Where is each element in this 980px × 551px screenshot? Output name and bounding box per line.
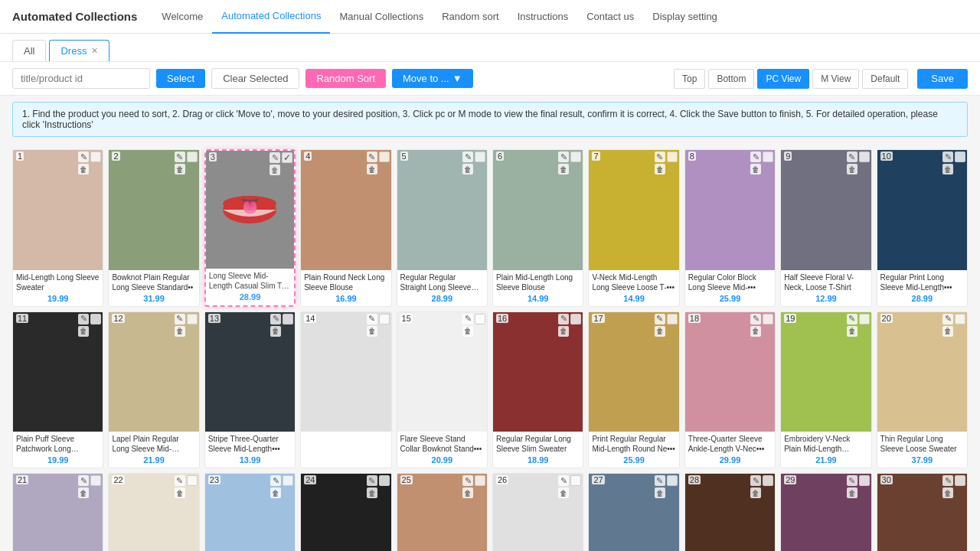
product-card[interactable]: 14✎🗑 — [300, 311, 391, 469]
card-checkbox[interactable] — [570, 314, 581, 324]
card-edit-icon[interactable]: ✎ — [750, 152, 761, 162]
card-checkbox[interactable] — [667, 152, 678, 162]
card-edit-icon[interactable]: ✎ — [78, 314, 89, 324]
product-card[interactable]: 30✎🗑Color Block Lapel Print Mid-Length T… — [877, 473, 968, 551]
card-checkbox[interactable] — [955, 475, 965, 486]
card-delete-icon[interactable]: 🗑 — [367, 487, 377, 498]
card-edit-icon[interactable]: ✎ — [462, 314, 473, 324]
product-card[interactable]: 10✎🗑Regular Print Long Sleeve Mid-Length… — [877, 149, 968, 307]
card-checkbox[interactable] — [90, 314, 101, 324]
product-card[interactable]: 24✎🗑Regular Raglan Sleeve Patchwork Roun… — [300, 473, 391, 551]
card-checkbox[interactable] — [187, 152, 198, 162]
product-card[interactable]: 23✎🗑Asymmetric Stripe Lapel Long Long Sl… — [204, 473, 296, 551]
product-card[interactable]: 29✎🗑Bbtwing Sleeve Loose Fbll Swebter18.… — [780, 473, 871, 551]
product-card[interactable]: 28✎🗑Print Regular Regular Loose Mid-Leng… — [684, 473, 776, 551]
card-edit-icon[interactable]: ✎ — [175, 314, 185, 324]
card-checkbox[interactable] — [187, 475, 198, 486]
top-button[interactable]: Top — [674, 69, 705, 89]
product-card[interactable]: 19✎🗑Embroidery V-Neck Plain Mid-Length L… — [780, 311, 871, 469]
card-checkbox[interactable] — [90, 475, 101, 486]
card-checkbox[interactable] — [379, 475, 390, 486]
product-card[interactable]: 11✎🗑Plain Puff Sleeve Patchwork Long Sle… — [12, 311, 103, 469]
random-sort-button[interactable]: Random Sort — [305, 69, 386, 88]
product-card[interactable]: 26✎🗑 — [492, 473, 583, 551]
card-edit-icon[interactable]: ✎ — [847, 152, 858, 162]
product-card[interactable]: 17✎🗑Print Regular Regular Mid-Length Rou… — [588, 311, 679, 469]
product-card[interactable]: 20✎🗑Thin Regular Long Sleeve Loose Sweat… — [877, 311, 968, 469]
card-checkbox[interactable] — [667, 475, 678, 486]
card-edit-icon[interactable]: ✎ — [367, 314, 377, 324]
card-delete-icon[interactable]: 🗑 — [367, 164, 377, 174]
card-checkbox[interactable] — [859, 314, 870, 324]
card-checkbox[interactable] — [283, 314, 293, 324]
card-checkbox[interactable] — [379, 152, 390, 162]
card-edit-icon[interactable]: ✎ — [558, 152, 569, 162]
tab-dress[interactable]: Dress ✕ — [49, 40, 109, 61]
card-delete-icon[interactable]: 🗑 — [462, 487, 473, 498]
card-edit-icon[interactable]: ✎ — [942, 152, 953, 162]
card-checkbox[interactable] — [475, 475, 485, 486]
search-input[interactable] — [12, 68, 150, 89]
card-checkbox[interactable] — [667, 314, 678, 324]
product-card[interactable]: 27✎🗑Plain V-Neck Long Sleeve Mid-Length•… — [588, 473, 679, 551]
card-delete-icon[interactable]: 🗑 — [655, 164, 665, 174]
card-delete-icon[interactable]: 🗑 — [270, 487, 281, 498]
card-delete-icon[interactable]: 🗑 — [78, 164, 89, 174]
card-edit-icon[interactable]: ✎ — [270, 152, 280, 163]
card-delete-icon[interactable]: 🗑 — [558, 164, 569, 174]
clear-selected-button[interactable]: Clear Selected — [211, 68, 299, 89]
nav-manual[interactable]: Manual Collections — [330, 0, 433, 34]
card-checkbox[interactable] — [475, 152, 485, 162]
card-delete-icon[interactable]: 🗑 — [942, 487, 953, 498]
card-delete-icon[interactable]: 🗑 — [462, 326, 473, 337]
card-delete-icon[interactable]: 🗑 — [847, 164, 858, 174]
m-view-button[interactable]: M View — [812, 69, 859, 89]
card-delete-icon[interactable]: 🗑 — [847, 487, 858, 498]
card-checkbox[interactable] — [187, 314, 198, 324]
product-card[interactable]: 5✎🗑Regular Regular Straight Long Sleeve … — [397, 149, 488, 307]
nav-welcome[interactable]: Welcome — [152, 0, 212, 34]
product-card[interactable]: 16✎🗑Regular Regular Long Sleeve Slim Swe… — [492, 311, 583, 469]
nav-automated[interactable]: Automated Collections — [212, 0, 330, 34]
product-card[interactable]: 22✎🗑Print Regular Regular Mid-Length Lon… — [108, 473, 199, 551]
card-checkbox[interactable] — [763, 475, 773, 486]
card-edit-icon[interactable]: ✎ — [750, 475, 761, 486]
card-delete-icon[interactable]: 🗑 — [750, 164, 761, 174]
card-delete-icon[interactable]: 🗑 — [750, 487, 761, 498]
nav-contact[interactable]: Contact us — [577, 0, 643, 34]
card-delete-icon[interactable]: 🗑 — [78, 487, 89, 498]
card-delete-icon[interactable]: 🗑 — [175, 487, 185, 498]
nav-instructions[interactable]: Instructions — [508, 0, 577, 34]
card-delete-icon[interactable]: 🗑 — [270, 165, 280, 175]
product-card[interactable]: 18✎🗑Three-Quarter Sleeve Ankle-Length V-… — [684, 311, 776, 469]
card-checkbox[interactable] — [379, 314, 390, 324]
card-checkbox[interactable] — [955, 152, 965, 162]
card-checkbox[interactable] — [283, 475, 293, 486]
tab-dress-close[interactable]: ✕ — [91, 46, 98, 56]
product-card[interactable]: 25✎🗑type Regular Loose Standard Sweater2… — [397, 473, 488, 551]
card-edit-icon[interactable]: ✎ — [847, 314, 858, 324]
card-checkbox[interactable] — [475, 314, 485, 324]
card-edit-icon[interactable]: ✎ — [558, 314, 569, 324]
product-card[interactable]: 9✎🗑Half Sleeve Floral V-Neck, Loose T-Sh… — [780, 149, 871, 307]
tab-all[interactable]: All — [12, 40, 46, 61]
card-edit-icon[interactable]: ✎ — [462, 152, 473, 162]
card-edit-icon[interactable]: ✎ — [78, 475, 89, 486]
card-delete-icon[interactable]: 🗑 — [942, 326, 953, 337]
card-checkbox[interactable] — [570, 475, 581, 486]
product-card[interactable]: 15✎🗑Flare Sleeve Stand Collar Bowknot St… — [397, 311, 488, 469]
product-card[interactable]: 2✎🗑Bowknot Plain Regular Long Sleeve Sta… — [108, 149, 199, 307]
card-checkbox[interactable] — [90, 152, 101, 162]
card-delete-icon[interactable]: 🗑 — [655, 326, 665, 337]
default-button[interactable]: Default — [862, 69, 908, 89]
card-edit-icon[interactable]: ✎ — [942, 314, 953, 324]
card-delete-icon[interactable]: 🗑 — [270, 326, 281, 337]
card-delete-icon[interactable]: 🗑 — [175, 326, 185, 337]
card-delete-icon[interactable]: 🗑 — [847, 326, 858, 337]
card-checkbox[interactable] — [763, 152, 773, 162]
product-card[interactable]: 8✎🗑Regular Color Block Long Sleeve Mid-•… — [684, 149, 776, 307]
card-edit-icon[interactable]: ✎ — [270, 314, 281, 324]
select-button[interactable]: Select — [156, 69, 205, 88]
card-edit-icon[interactable]: ✎ — [175, 475, 185, 486]
card-checkbox[interactable] — [763, 314, 773, 324]
